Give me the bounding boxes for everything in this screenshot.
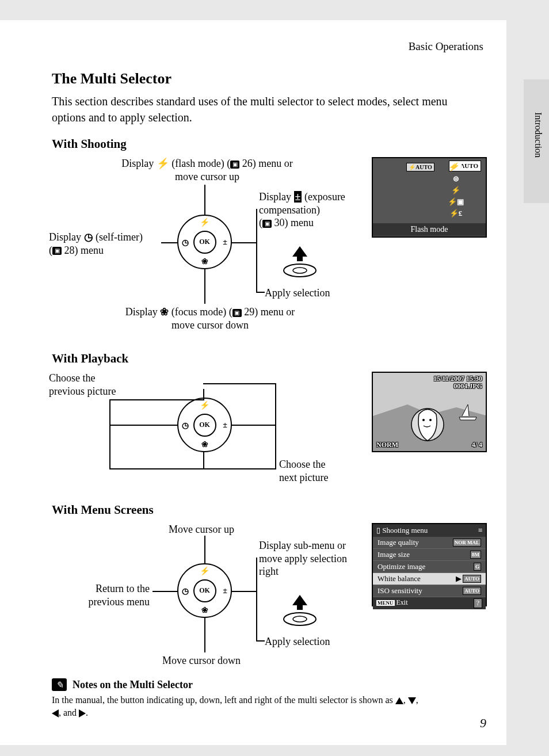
timer-icon: ◷ (182, 586, 189, 595)
shooting-diagram: Display ⚡ (flash mode) (▣ 26) menu ormov… (52, 157, 489, 341)
menu-exit-bar: MENU Exit ? (373, 597, 486, 609)
flash-mode-list: ⚡⊘⊚⚡⚡▣⚡₤ (448, 163, 464, 218)
page-title: The Multi Selector (52, 70, 483, 87)
press-ok-icon (282, 246, 318, 278)
exposure-icon: ± (223, 421, 227, 430)
notes-body: In the manual, the button indicating up,… (52, 694, 483, 719)
pageref-icon: ▣ (232, 309, 242, 317)
cursor-down-label: Move cursor down (141, 654, 262, 667)
flash-mode-label: Display ⚡ (flash mode) (▣ 26) menu ormov… (92, 157, 322, 183)
intro-paragraph: This section describes standard uses of … (52, 93, 483, 125)
playback-info: 15/11/2007 15:30 0004.JPG (433, 375, 482, 390)
flash-mode-screen: ⚡AUTO ⚡AUTO ⚡⊘⊚⚡⚡▣⚡₤ Flash mode (372, 157, 487, 238)
svg-point-0 (284, 264, 316, 277)
playback-heading: With Playback (52, 352, 483, 366)
menu-item: Optimize imageG (373, 561, 486, 573)
multi-selector-dial: OK ⚡ ❀ ◷ ± (177, 398, 232, 452)
multi-selector-dial: OK ⚡ ❀ ◷ ± (177, 215, 232, 269)
macro-icon: ❀ (201, 257, 208, 266)
svg-point-1 (293, 268, 307, 273)
submenu-label: Display sub-menu ormove apply selectionr… (259, 539, 371, 578)
shooting-menu-screen: ▯ Shooting menu≡ Image qualityNOR MALIma… (372, 523, 487, 606)
svg-point-8 (293, 616, 307, 622)
prev-menu-label: Return to theprevious menu (69, 582, 150, 608)
menu-diagram: Move cursor up Move cursor down Return t… (52, 523, 489, 673)
next-picture-label: Choose thenext picture (279, 458, 371, 484)
svg-point-6 (429, 419, 432, 421)
exposure-icon: ± (223, 586, 227, 595)
exposure-comp-label: Display ± (exposurecompensation)(▣ 30) m… (259, 190, 368, 230)
playback-diagram: Choose theprevious picture Choose thenex… (52, 372, 489, 492)
playback-screen: 15/11/2007 15:30 0004.JPG NORM 4/ 4 (372, 372, 487, 452)
focus-mode-label: Display ❀ (focus mode) (▣ 29) menu ormov… (89, 306, 331, 331)
page-number: 9 (480, 716, 486, 731)
ok-button: OK (193, 414, 216, 437)
macro-icon: ❀ (201, 440, 208, 449)
timer-icon: ◷ (182, 237, 189, 247)
flash-icon: ⚡ (200, 217, 209, 227)
svg-point-5 (422, 419, 425, 421)
pageref-icon: ▣ (52, 247, 62, 255)
menu-title-bar: ▯ Shooting menu≡ (373, 524, 486, 537)
menu-item: ISO sensitivityAUTO (373, 585, 486, 597)
ok-button: OK (193, 231, 216, 254)
apply-selection-label: Apply selection (265, 287, 330, 300)
macro-icon: ❀ (201, 605, 208, 615)
apply-selection-label-menu: Apply selection (265, 635, 330, 648)
timer-icon: ◷ (182, 420, 189, 430)
right-triangle-icon (79, 709, 86, 717)
flash-mode-caption: Flash mode (373, 223, 486, 236)
prev-picture-label: Choose theprevious picture (49, 372, 141, 398)
menu-item: Image size8M (373, 549, 486, 561)
down-triangle-icon (408, 697, 416, 704)
menu-item: White balance▶AUTO (373, 573, 486, 585)
left-triangle-icon (52, 709, 59, 717)
svg-point-7 (284, 613, 316, 625)
self-timer-label: Display ◷ (self-timer)(▣ 28) menu (49, 231, 164, 257)
flash-icon: ⚡ (200, 566, 209, 576)
menu-item: Image qualityNOR MAL (373, 537, 486, 549)
flash-auto-badge: ⚡AUTO (406, 163, 434, 171)
notes-section: ✎ Notes on the Multi Selector In the man… (52, 678, 483, 719)
up-triangle-icon (395, 697, 403, 704)
cursor-up-label: Move cursor up (144, 523, 259, 536)
shooting-heading: With Shooting (52, 137, 483, 151)
press-ok-icon (282, 595, 318, 627)
ok-button: OK (193, 579, 216, 602)
chapter-header: Basic Operations (52, 40, 483, 53)
page-content: Basic Operations The Multi Selector This… (0, 20, 506, 745)
multi-selector-dial: OK ⚡ ❀ ◷ ± (177, 563, 232, 618)
exposure-icon: ± (223, 238, 227, 247)
note-icon: ✎ (52, 678, 67, 691)
notes-title: Notes on the Multi Selector (73, 679, 193, 691)
playback-bottom-bar: NORM 4/ 4 (376, 441, 482, 449)
flash-icon: ⚡ (200, 400, 209, 410)
pageref-icon: ▣ (262, 220, 272, 228)
menu-heading: With Menu Screens (52, 503, 483, 517)
side-tab-label: Introduction (533, 112, 543, 158)
pageref-icon: ▣ (230, 161, 239, 169)
